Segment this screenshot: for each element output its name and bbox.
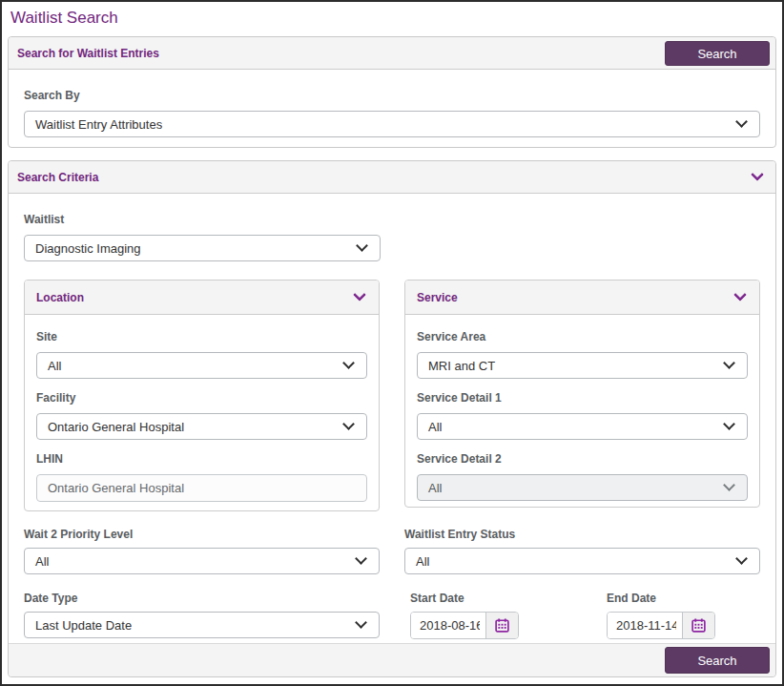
service-area-select[interactable]: MRI and CT [417,352,748,379]
service-detail-2-select: All [417,474,748,501]
date-type-field: Date Type Last Update Date [24,592,380,639]
end-date-calendar-button[interactable] [682,613,714,638]
wait2-priority-label: Wait 2 Priority Level [24,528,380,542]
waitlist-select[interactable]: Diagnostic Imaging [24,235,381,261]
location-panel-body: Site All Facility Ontario General Hospit… [25,315,379,502]
facility-value: Ontario General Hospital [48,420,184,434]
site-value: All [48,359,61,373]
service-detail-1-select[interactable]: All [417,413,748,440]
end-date-label: End Date [607,592,715,606]
search-criteria-panel: Search Criteria Waitlist Diagnostic Imag… [8,160,776,677]
search-by-select[interactable]: Waitlist Entry Attributes [24,111,760,137]
facility-label: Facility [36,391,367,405]
chevron-down-icon [342,357,355,369]
end-date-input[interactable] [608,613,682,638]
location-panel-title: Location [36,291,84,304]
chevron-down-icon [355,616,367,629]
service-panel-header[interactable]: Service [405,281,759,315]
site-label: Site [36,330,367,344]
chevron-down-icon [356,239,368,252]
service-detail-1-label: Service Detail 1 [417,391,748,405]
lhin-input [36,474,367,502]
entry-status-value: All [416,554,429,569]
criteria-panel-title: Search Criteria [17,171,98,184]
criteria-panel-footer: Search [9,643,775,676]
service-panel: Service Service Area MRI and CT Service … [404,280,760,508]
lhin-label: LHIN [36,452,367,467]
entry-status-label: Waitlist Entry Status [404,528,760,542]
calendar-icon [495,618,509,633]
site-select[interactable]: All [36,352,367,379]
criteria-panel-body: Waitlist Diagnostic Imaging Location Sit… [9,194,775,643]
wait2-priority-select[interactable]: All [24,548,380,574]
waitlist-label: Waitlist [24,213,760,227]
location-panel-header[interactable]: Location [25,281,379,315]
waitlist-search-page: Waitlist Search Search for Waitlist Entr… [0,0,784,686]
search-button-top[interactable]: Search [665,41,770,66]
chevron-down-icon [723,479,735,491]
wait2-priority-field: Wait 2 Priority Level All [24,528,380,574]
criteria-panel-header[interactable]: Search Criteria [9,161,775,194]
search-button-bottom[interactable]: Search [665,647,770,674]
chevron-down-icon [735,552,748,565]
search-panel-body: Search By Waitlist Entry Attributes [9,70,775,137]
wait2-priority-value: All [35,554,49,569]
service-detail-2-label: Service Detail 2 [417,452,748,467]
chevron-down-icon [723,418,735,430]
service-detail-1-value: All [428,420,442,434]
facility-select[interactable]: Ontario General Hospital [36,413,367,440]
search-panel-header: Search for Waitlist Entries Search [9,37,775,70]
service-panel-title: Service [417,291,458,304]
date-range-fields: Start Date [404,592,760,639]
waitlist-value: Diagnostic Imaging [35,241,141,256]
collapse-chevron-down-icon[interactable] [751,168,764,181]
search-panel-title: Search for Waitlist Entries [17,47,159,60]
date-type-select[interactable]: Last Update Date [24,612,380,638]
chevron-down-icon [342,418,355,430]
collapse-chevron-down-icon[interactable] [733,288,747,301]
start-date-label: Start Date [410,592,601,606]
service-area-value: MRI and CT [428,359,495,373]
chevron-down-icon [355,552,367,565]
start-date-calendar-button[interactable] [485,613,518,638]
start-date-input[interactable] [411,613,485,638]
service-area-label: Service Area [417,330,748,344]
start-date-field: Start Date [404,592,601,639]
search-by-value: Waitlist Entry Attributes [35,117,162,132]
date-type-value: Last Update Date [35,618,132,633]
date-type-label: Date Type [24,592,380,606]
page-title: Waitlist Search [10,9,118,28]
end-date-group [607,612,715,639]
service-detail-2-value: All [428,481,442,495]
end-date-field: End Date [601,592,715,639]
chevron-down-icon [735,115,748,128]
service-panel-body: Service Area MRI and CT Service Detail 1… [405,315,759,501]
entry-status-field: Waitlist Entry Status All [404,528,760,574]
entry-status-select[interactable]: All [404,548,760,574]
search-by-label: Search By [24,89,760,103]
calendar-icon [691,618,706,633]
chevron-down-icon [723,357,735,369]
search-for-waitlist-entries-panel: Search for Waitlist Entries Search Searc… [8,36,776,148]
location-panel: Location Site All Facility Ontario Gener… [24,280,380,511]
collapse-chevron-down-icon[interactable] [353,288,366,301]
start-date-group [410,612,519,639]
